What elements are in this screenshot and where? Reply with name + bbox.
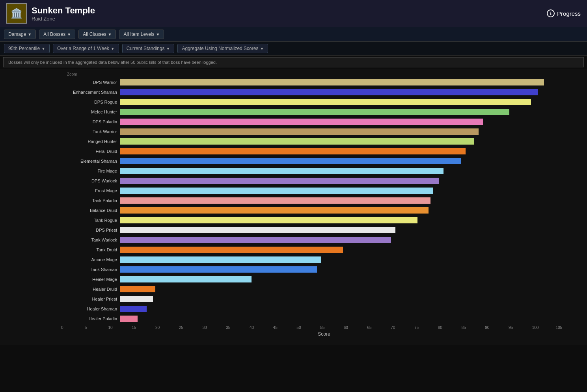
bar-track (120, 188, 579, 194)
notice-text: Bosses will only be included in the aggr… (8, 60, 217, 65)
bar-label: Healer Paladin (61, 316, 120, 321)
bar-fill (120, 138, 474, 145)
all-bosses-button[interactable]: All Bosses ▼ (39, 30, 75, 39)
bar-fill (120, 99, 531, 105)
bar-track (120, 128, 579, 135)
chart-container: DPS WarriorEnhancement ShamanDPS RogueMe… (0, 78, 587, 323)
bar-fill (120, 256, 321, 263)
bar-label: DPS Priest (61, 228, 120, 232)
bar-fill (120, 266, 317, 273)
range-label: Over a Range of 1 Week (57, 46, 109, 51)
all-classes-chevron: ▼ (108, 32, 112, 37)
bar-fill (120, 306, 147, 312)
damage-button[interactable]: Damage ▼ (4, 30, 36, 39)
bar-fill (120, 178, 439, 184)
bar-row: Elemental Shaman (61, 157, 579, 165)
standings-button[interactable]: Current Standings ▼ (122, 44, 175, 53)
zone-icon: 🏛️ (6, 3, 27, 24)
bar-row: Tank Shaman (61, 265, 579, 274)
x-axis: 0510152025303540455055606570758085909510… (0, 325, 587, 330)
bar-row: Fire Mage (61, 167, 579, 175)
bar-label: Feral Druid (61, 149, 120, 154)
bar-label: Frost Mage (61, 188, 120, 193)
bar-track (120, 306, 579, 312)
range-button[interactable]: Over a Range of 1 Week ▼ (53, 44, 119, 53)
bar-row: Arcane Mage (61, 255, 579, 264)
bar-row: Tank Paladin (61, 196, 579, 205)
x-tick: 45 (273, 325, 297, 330)
bar-row: Tank Rogue (61, 216, 579, 225)
x-tick: 85 (461, 325, 485, 330)
bar-track (120, 89, 579, 95)
header-left: 🏛️ Sunken Temple Raid Zone (6, 3, 95, 24)
aggregate-label: Aggregate Using Normalized Scores (182, 46, 258, 51)
bar-row: DPS Paladin (61, 117, 579, 126)
x-tick: 25 (179, 325, 203, 330)
bar-row: Healer Druid (61, 285, 579, 294)
x-tick: 50 (296, 325, 320, 330)
x-axis-label: Score (0, 331, 587, 337)
aggregate-chevron: ▼ (260, 46, 264, 51)
progress-link[interactable]: ℹ Progress (547, 9, 581, 17)
x-tick: 90 (485, 325, 509, 330)
bar-fill (120, 89, 538, 95)
x-tick: 60 (344, 325, 367, 330)
x-tick: 65 (367, 325, 391, 330)
all-item-levels-button[interactable]: All Item Levels ▼ (119, 30, 164, 39)
bar-row: Balance Druid (61, 206, 579, 215)
bar-fill (120, 286, 155, 292)
chart-area: Zoom DPS WarriorEnhancement ShamanDPS Ro… (0, 69, 587, 345)
bar-label: Fire Mage (61, 169, 120, 173)
bar-row: DPS Rogue (61, 98, 579, 106)
bar-row: Frost Mage (61, 186, 579, 195)
bar-track (120, 158, 579, 164)
bar-row: DPS Warrior (61, 78, 579, 87)
bar-track (120, 178, 579, 184)
bar-fill (120, 227, 395, 233)
bar-track (120, 148, 579, 154)
bar-row: Healer Priest (61, 295, 579, 303)
all-item-levels-chevron: ▼ (156, 32, 160, 37)
bar-label: Enhancement Shaman (61, 90, 120, 95)
bar-label: Healer Shaman (61, 307, 120, 311)
bar-fill (120, 316, 138, 322)
bar-label: Ranged Hunter (61, 139, 120, 144)
bar-row: Melee Hunter (61, 108, 579, 116)
all-bosses-label: All Bosses (43, 32, 65, 37)
bar-row: Tank Druid (61, 245, 579, 254)
x-tick: 40 (250, 325, 273, 330)
bar-track (120, 316, 579, 322)
bar-track (120, 207, 579, 214)
sub-toolbar: 95th Percentile ▼ Over a Range of 1 Week… (0, 42, 587, 56)
all-classes-button[interactable]: All Classes ▼ (78, 30, 116, 39)
zone-subtitle: Raid Zone (32, 16, 95, 22)
bar-track (120, 217, 579, 223)
x-tick: 95 (509, 325, 532, 330)
x-tick: 5 (85, 325, 108, 330)
aggregate-button[interactable]: Aggregate Using Normalized Scores ▼ (177, 44, 268, 53)
bar-row: Tank Warrior (61, 127, 579, 136)
bar-row: Healer Mage (61, 275, 579, 284)
bar-track (120, 296, 579, 302)
bar-fill (120, 119, 483, 125)
bar-fill (120, 128, 479, 135)
bar-label: DPS Paladin (61, 119, 120, 124)
bar-track (120, 79, 579, 85)
all-bosses-chevron: ▼ (67, 32, 71, 37)
bar-label: Elemental Shaman (61, 159, 120, 163)
bar-track (120, 266, 579, 273)
bar-track (120, 227, 579, 233)
x-tick: 10 (108, 325, 132, 330)
x-tick: 80 (438, 325, 462, 330)
bar-label: DPS Warrior (61, 80, 120, 85)
bar-fill (120, 188, 433, 194)
bar-fill (120, 207, 429, 214)
bar-row: Healer Paladin (61, 314, 579, 323)
bar-track (120, 276, 579, 282)
percentile-button[interactable]: 95th Percentile ▼ (4, 44, 50, 53)
bar-track (120, 256, 579, 263)
x-tick: 105 (555, 325, 579, 330)
standings-label: Current Standings (127, 46, 165, 51)
zone-title: Sunken Temple (32, 6, 95, 16)
bar-track (120, 119, 579, 125)
